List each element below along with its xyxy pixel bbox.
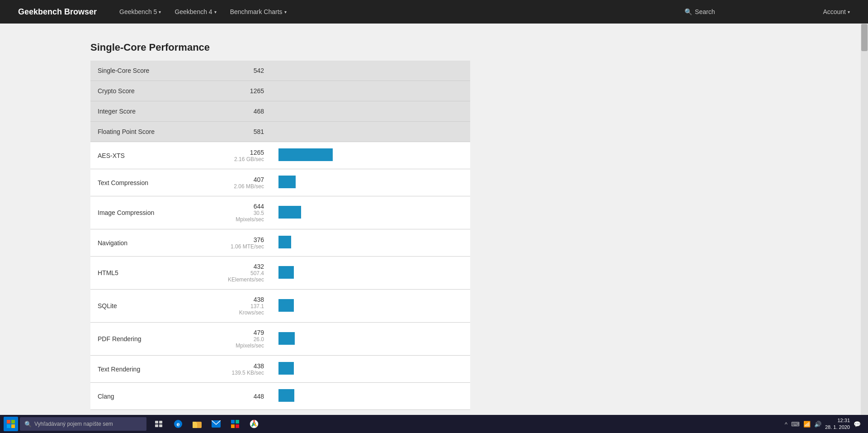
row-bar xyxy=(271,61,470,81)
chevron-down-icon: ▾ xyxy=(214,10,217,14)
search-icon: 🔍 xyxy=(684,8,692,15)
row-label: Crypto Score xyxy=(90,81,217,101)
table-row: Clang 448 xyxy=(90,383,470,410)
chrome-icon xyxy=(250,419,259,428)
table-row: Text Rendering 438 139.5 KB/sec xyxy=(90,356,470,383)
table-row: Integer Score 468 xyxy=(90,101,470,122)
row-score: 376 1.06 MTE/sec xyxy=(217,229,271,257)
row-label: Navigation xyxy=(90,229,217,257)
nav-geekbench4-label: Geekbench 4 xyxy=(175,8,212,15)
svg-rect-5 xyxy=(159,421,162,423)
task-view-icon xyxy=(155,421,163,427)
edge-browser-button[interactable]: e xyxy=(169,415,187,428)
chevron-down-icon: ▾ xyxy=(284,10,287,14)
nav-geekbench5-label: Geekbench 5 xyxy=(119,8,157,15)
table-row: Crypto Score 1265 xyxy=(90,81,470,101)
chevron-down-icon: ▾ xyxy=(159,10,161,14)
svg-rect-2 xyxy=(7,424,10,428)
nav-benchmark-charts-label: Benchmark Charts xyxy=(230,8,283,15)
notification-icon[interactable]: 💬 xyxy=(854,421,861,428)
taskbar-apps: e xyxy=(150,415,263,428)
row-bar xyxy=(271,81,470,101)
navbar: Geekbench Browser Geekbench 5 ▾ Geekbenc… xyxy=(0,0,868,24)
row-score: 438 139.5 KB/sec xyxy=(217,356,271,383)
row-bar xyxy=(271,142,470,169)
svg-rect-4 xyxy=(155,421,158,423)
taskbar-search-box[interactable]: 🔍 Vyhľadávaný pojem napíšte sem xyxy=(20,417,146,428)
table-row: Floating Point Score 581 xyxy=(90,122,470,142)
taskbar-tray: ^ ⌨ 📶 🔊 12:31 28. 1. 2020 💬 xyxy=(785,417,864,428)
taskbar-clock[interactable]: 12:31 28. 1. 2020 xyxy=(825,417,850,428)
folder-icon xyxy=(193,420,202,428)
chrome-button[interactable] xyxy=(245,415,263,428)
keyboard-icon[interactable]: ⌨ xyxy=(791,421,800,428)
row-bar xyxy=(271,356,470,383)
row-score: 438 137.1 Krows/sec xyxy=(217,290,271,323)
volume-icon[interactable]: 🔊 xyxy=(814,421,821,428)
svg-rect-1 xyxy=(11,420,15,423)
store-icon xyxy=(231,420,239,428)
row-bar xyxy=(271,323,470,356)
svg-rect-6 xyxy=(155,424,158,427)
row-label: Floating Point Score xyxy=(90,122,217,142)
chevron-down-icon: ▾ xyxy=(848,10,850,14)
table-row: Navigation 376 1.06 MTE/sec xyxy=(90,229,470,257)
taskbar: 🔍 Vyhľadávaný pojem napíšte sem e xyxy=(0,415,868,428)
nav-geekbench5[interactable]: Geekbench 5 ▾ xyxy=(119,8,161,15)
row-bar xyxy=(271,257,470,290)
svg-rect-7 xyxy=(159,424,162,427)
scrollbar[interactable] xyxy=(861,24,868,415)
mail-button[interactable] xyxy=(207,415,225,428)
row-bar xyxy=(271,229,470,257)
nav-account-label: Account xyxy=(823,8,846,15)
svg-rect-17 xyxy=(236,424,239,428)
nav-search[interactable]: 🔍 Search xyxy=(684,8,715,15)
table-row: SQLite 438 137.1 Krows/sec xyxy=(90,290,470,323)
clock-date: 28. 1. 2020 xyxy=(825,424,850,428)
nav-account[interactable]: Account ▾ xyxy=(823,8,850,15)
task-view-button[interactable] xyxy=(150,415,168,428)
row-label: PDF Rendering xyxy=(90,323,217,356)
store-button[interactable] xyxy=(226,415,244,428)
row-label: HTML5 xyxy=(90,257,217,290)
file-explorer-button[interactable] xyxy=(188,415,206,428)
nav-geekbench4[interactable]: Geekbench 4 ▾ xyxy=(175,8,216,15)
scrollbar-thumb[interactable] xyxy=(861,24,868,51)
network-icon[interactable]: 📶 xyxy=(803,421,811,428)
performance-table: Single-Core Score 542 Crypto Score 1265 … xyxy=(90,61,470,410)
row-label: Text Compression xyxy=(90,169,217,196)
row-score: 448 xyxy=(217,383,271,410)
row-score: 542 xyxy=(217,61,271,81)
svg-rect-15 xyxy=(236,420,239,423)
table-row: AES-XTS 1265 2.16 GB/sec xyxy=(90,142,470,169)
svg-rect-16 xyxy=(231,424,235,428)
row-score: 468 xyxy=(217,101,271,122)
row-score: 432 507.4 KElements/sec xyxy=(217,257,271,290)
svg-rect-3 xyxy=(11,424,15,428)
nav-benchmark-charts[interactable]: Benchmark Charts ▾ xyxy=(230,8,287,15)
mail-icon xyxy=(212,420,221,428)
row-label: SQLite xyxy=(90,290,217,323)
row-bar xyxy=(271,290,470,323)
row-bar xyxy=(271,196,470,229)
main-content: Single-Core Performance Single-Core Scor… xyxy=(0,24,868,428)
edge-icon: e xyxy=(174,419,183,428)
svg-rect-14 xyxy=(231,420,235,423)
chevron-up-icon[interactable]: ^ xyxy=(785,421,788,428)
row-label: Text Rendering xyxy=(90,356,217,383)
search-icon: 🔍 xyxy=(24,421,32,428)
start-button[interactable] xyxy=(4,417,18,428)
row-score: 581 xyxy=(217,122,271,142)
row-bar xyxy=(271,383,470,410)
row-label: Integer Score xyxy=(90,101,217,122)
row-label: Single-Core Score xyxy=(90,61,217,81)
row-score: 407 2.06 MB/sec xyxy=(217,169,271,196)
row-score: 1265 xyxy=(217,81,271,101)
windows-icon xyxy=(7,420,15,428)
row-label: AES-XTS xyxy=(90,142,217,169)
table-row: Image Compression 644 30.5 Mpixels/sec xyxy=(90,196,470,229)
taskbar-search-text: Vyhľadávaný pojem napíšte sem xyxy=(34,421,113,427)
row-score: 644 30.5 Mpixels/sec xyxy=(217,196,271,229)
table-row: HTML5 432 507.4 KElements/sec xyxy=(90,257,470,290)
row-bar xyxy=(271,122,470,142)
